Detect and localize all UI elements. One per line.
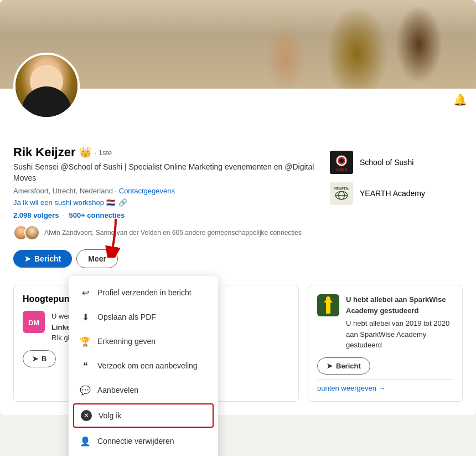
profile-name: Rik Keijzer bbox=[13, 145, 76, 160]
profile-right-panel: SUSHI School of Sushi YEARTH. YEARTH A bbox=[330, 145, 463, 279]
dropdown-item-remove-connection[interactable]: 👤 Connectie verwijderen bbox=[69, 429, 218, 453]
sparkwise-card: U hebt allebei aan SparkWise Academy ges… bbox=[308, 285, 463, 402]
mutual-avatar-2 bbox=[24, 225, 40, 240]
svg-text:DM: DM bbox=[28, 319, 39, 327]
external-link-icon: 🔗 bbox=[118, 198, 127, 207]
dropdown-item-request-recommendation[interactable]: ❝ Verzoek om een aanbeveling bbox=[69, 353, 218, 378]
show-more-link[interactable]: punten weergeven → bbox=[317, 384, 453, 392]
dropdown-item-report[interactable]: 🚩 Melden/blokkeren bbox=[69, 453, 218, 456]
mutual-text: Alwin Zandvoort, Sanne van der Velden en… bbox=[44, 229, 302, 237]
send-profile-icon: ↩ bbox=[80, 287, 91, 298]
dropdown-menu: ↩ Profiel verzenden in bericht ⬇ Opslaan… bbox=[69, 276, 218, 456]
sparkwise-message-button[interactable]: ➤ Bericht bbox=[317, 357, 370, 375]
profile-website[interactable]: Ja ik wil een sushi workshop 🇳🇱 🔗 bbox=[13, 198, 319, 207]
sushi-logo: SUSHI bbox=[330, 151, 353, 174]
dropdown-item-save-pdf[interactable]: ⬇ Opslaan als PDF bbox=[69, 305, 218, 329]
svg-point-15 bbox=[326, 296, 330, 301]
dropdown-item-unfollow[interactable]: ✕ Volg ik bbox=[73, 403, 214, 428]
profile-location: Amersfoort, Utrecht, Nederland · Contact… bbox=[13, 187, 319, 195]
highlight-action-button[interactable]: ➤ B bbox=[23, 350, 56, 367]
notification-bell-button[interactable]: 🔔 bbox=[453, 93, 467, 106]
recommend-icon: 💬 bbox=[80, 385, 91, 396]
more-button[interactable]: Meer bbox=[76, 249, 118, 268]
send-icon: ➤ bbox=[24, 254, 31, 263]
profile-headline: Sushi Sensei @School of Sushi | Speciali… bbox=[13, 162, 319, 183]
mutual-connections: Alwin Zandvoort, Sanne van der Velden en… bbox=[13, 225, 319, 240]
followers-info: 2.098 volgers · 500+ connecties bbox=[13, 211, 319, 219]
dropdown-item-recognition[interactable]: 🏆 Erkenning geven bbox=[69, 329, 218, 353]
crown-icon: 👑 bbox=[79, 146, 91, 158]
yearth-academy-name: YEARTH Academy bbox=[360, 189, 425, 198]
svg-text:YEARTH.: YEARTH. bbox=[334, 187, 349, 191]
dropdown-item-recommend[interactable]: 💬 Aanbevelen bbox=[69, 378, 218, 402]
dropdown-item-send-profile[interactable]: ↩ Profiel verzenden in bericht bbox=[69, 280, 218, 305]
dm-logo: DM bbox=[23, 311, 45, 333]
send-icon-sparkwise: ➤ bbox=[327, 362, 333, 370]
svg-text:SUSHI: SUSHI bbox=[337, 168, 347, 171]
contact-link[interactable]: Contactgegevens bbox=[119, 187, 175, 195]
affiliation-yearth[interactable]: YEARTH. YEARTH Academy bbox=[330, 182, 463, 205]
sparkwise-title: U hebt allebei aan SparkWise Academy ges… bbox=[346, 294, 453, 316]
send-icon-small: ➤ bbox=[32, 355, 38, 363]
affiliation-sushi[interactable]: SUSHI School of Sushi bbox=[330, 151, 463, 174]
sushi-school-name: School of Sushi bbox=[360, 158, 413, 167]
svg-point-4 bbox=[339, 158, 344, 163]
save-pdf-icon: ⬇ bbox=[80, 311, 91, 322]
svg-rect-6 bbox=[331, 183, 352, 204]
sparkwise-logo bbox=[317, 294, 339, 316]
connection-level: · 1ste bbox=[95, 148, 112, 157]
quote-icon: ❝ bbox=[80, 360, 91, 371]
trophy-icon: 🏆 bbox=[80, 336, 91, 347]
sparkwise-detail: U hebt allebei van 2019 tot 2020 aan Spa… bbox=[346, 318, 453, 351]
message-button[interactable]: ➤ Bericht bbox=[13, 250, 72, 268]
action-buttons-area: ➤ Bericht Meer ↩ bbox=[13, 249, 319, 268]
avatar bbox=[13, 53, 80, 119]
remove-connection-icon: 👤 bbox=[80, 435, 91, 447]
yearth-logo: YEARTH. bbox=[330, 182, 353, 205]
unfollow-icon: ✕ bbox=[81, 410, 92, 421]
